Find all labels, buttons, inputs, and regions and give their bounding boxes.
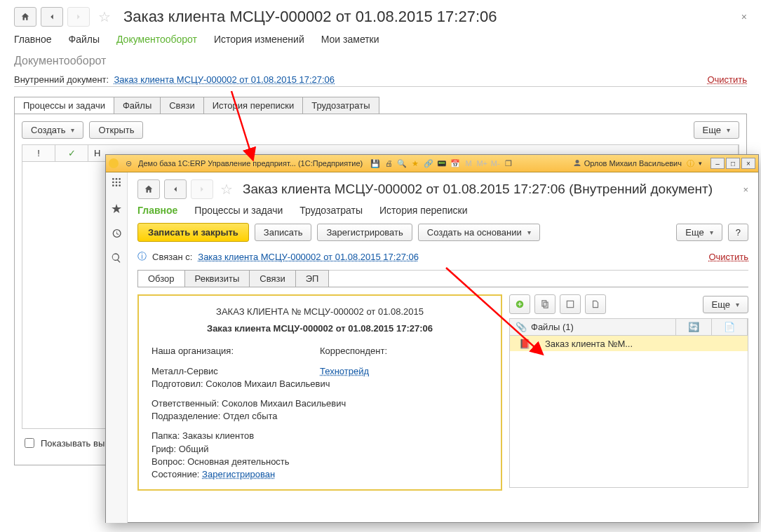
forward-button[interactable] xyxy=(67,7,90,27)
more-button[interactable]: Еще xyxy=(694,121,739,139)
sub-tabs: Процессы и задачи Файлы Связи История пе… xyxy=(14,97,747,114)
dropdown-icon[interactable]: ⊝ xyxy=(123,158,134,169)
korr-link[interactable]: Технотрейд xyxy=(320,366,369,376)
linked-doc-link[interactable]: Заказ клиента МСЦУ-000002 от 01.08.2015 … xyxy=(198,252,419,262)
view-file-button[interactable] xyxy=(560,294,581,314)
nav-files[interactable]: Файлы xyxy=(69,34,100,45)
nav-tabs: Главное Файлы Документооборот История из… xyxy=(14,34,747,45)
pdf-icon: 📕 xyxy=(519,339,530,349)
close-button[interactable]: × xyxy=(741,11,747,22)
win2-close-button[interactable]: × xyxy=(743,184,748,195)
open-button[interactable]: Открыть xyxy=(89,121,143,139)
save-close-button[interactable]: Записать и закрыть xyxy=(137,223,249,242)
win2-home-button[interactable] xyxy=(137,179,160,199)
nav-docflow[interactable]: Документооборот xyxy=(116,34,197,45)
copy-file-button[interactable] xyxy=(534,294,555,314)
svg-point-5 xyxy=(116,182,118,184)
section-heading: Документооборот xyxy=(14,55,747,67)
mminus-icon[interactable]: M- xyxy=(490,158,501,169)
win2-nav-corr[interactable]: История переписки xyxy=(379,205,467,216)
maximize-button[interactable]: □ xyxy=(726,158,740,169)
col-flag[interactable]: ! xyxy=(22,145,55,161)
tab-files[interactable]: Файлы xyxy=(114,97,161,114)
favorite-icon[interactable]: ☆ xyxy=(98,8,111,25)
files-head-label: Файлы (1) xyxy=(531,322,574,332)
print-icon[interactable]: 🖨 xyxy=(383,158,394,169)
show-done-checkbox[interactable] xyxy=(25,438,34,448)
tab-effort[interactable]: Трудозатраты xyxy=(302,97,379,114)
create-on-basis-button[interactable]: Создать на основании xyxy=(418,224,540,241)
win2-back-button[interactable] xyxy=(164,179,187,199)
win2-main: ☆ Заказ клиента МСЦУ-000002 от 01.08.201… xyxy=(128,172,758,523)
window-internal-doc: ⊝ Демо база 1С:ERP Управление предприят.… xyxy=(105,154,759,523)
state-link[interactable]: Зарегистрирован xyxy=(202,469,275,479)
home-button[interactable] xyxy=(14,7,36,27)
help-button[interactable]: ? xyxy=(728,224,748,241)
tab-correspondence[interactable]: История переписки xyxy=(203,97,304,114)
preview-icon[interactable]: 🔍 xyxy=(396,158,408,169)
tab-props[interactable]: Реквизиты xyxy=(184,270,250,287)
side-star-icon[interactable]: ★ xyxy=(111,201,122,217)
win2-favorite-icon[interactable]: ☆ xyxy=(220,181,233,198)
info-circle-icon: ⓘ xyxy=(137,250,147,263)
files-more-button[interactable]: Еще xyxy=(703,296,748,313)
svg-point-9 xyxy=(119,184,121,186)
svg-rect-13 xyxy=(567,301,573,307)
link-icon[interactable]: 🔗 xyxy=(423,158,434,169)
register-button[interactable]: Зарегистрировать xyxy=(317,224,412,241)
close-window-button[interactable]: × xyxy=(741,158,755,169)
side-menu-icon[interactable] xyxy=(111,177,122,190)
clear-link[interactable]: Очистить xyxy=(707,74,747,85)
create-button[interactable]: Создать xyxy=(22,121,83,139)
nav-notes[interactable]: Мои заметки xyxy=(321,34,379,45)
save-button[interactable]: Записать xyxy=(255,224,312,241)
our-org-label: Наша организация: xyxy=(151,345,320,357)
col-refresh-icon[interactable]: 🔄 xyxy=(676,319,712,335)
side-search-icon[interactable] xyxy=(111,252,122,266)
win2-nav-effort[interactable]: Трудозатраты xyxy=(299,205,363,216)
back-button[interactable] xyxy=(41,7,63,27)
linked-label: Связан с: xyxy=(152,252,192,262)
panel-toolbar: Создать Открыть Еще xyxy=(22,121,739,139)
window-documentflow: ☆ Заказ клиента МСЦУ-000002 от 01.08.201… xyxy=(0,0,761,532)
win2-sub-tabs: Обзор Реквизиты Связи ЭП xyxy=(137,270,748,287)
win2-more-button[interactable]: Еще xyxy=(676,224,722,241)
win2-nav: Главное Процессы и задачи Трудозатраты И… xyxy=(137,205,748,216)
win2-forward-button[interactable] xyxy=(191,179,213,199)
side-history-icon[interactable] xyxy=(111,228,122,241)
tab-ep[interactable]: ЭП xyxy=(295,270,330,287)
svg-point-8 xyxy=(116,184,118,186)
win2-nav-proc[interactable]: Процессы и задачи xyxy=(194,205,283,216)
tab-overview[interactable]: Обзор xyxy=(137,270,185,287)
info-icon[interactable]: ⓘ xyxy=(685,158,696,169)
nav-main[interactable]: Главное xyxy=(14,34,52,45)
minimize-button[interactable]: – xyxy=(711,158,725,169)
tab-links[interactable]: Связи xyxy=(160,97,203,114)
add-file-button[interactable] xyxy=(509,294,530,314)
win2-nav-main[interactable]: Главное xyxy=(137,205,177,216)
m-icon[interactable]: M xyxy=(463,158,474,169)
mplus-icon[interactable]: M+ xyxy=(476,158,487,169)
doc-header1: ЗАКАЗ КЛИЕНТА № МСЦУ-000002 от 01.08.201… xyxy=(151,306,488,318)
tab-links2[interactable]: Связи xyxy=(249,270,295,287)
sign-file-button[interactable] xyxy=(585,294,606,314)
svg-point-1 xyxy=(112,178,114,180)
win2-clear-link[interactable]: Очистить xyxy=(708,252,748,262)
attach-icon: 📎 xyxy=(516,322,527,332)
tab-processes[interactable]: Процессы и задачи xyxy=(14,97,114,114)
calendar-icon[interactable]: 📅 xyxy=(450,158,461,169)
internal-doc-label: Внутренний документ: xyxy=(14,74,109,85)
files-panel: Еще 📎 Файлы (1) 🔄 📄 xyxy=(509,294,748,491)
file-row[interactable]: 📕 Заказ клиента №М... xyxy=(510,336,748,351)
win2-title-text: Демо база 1С:ERP Управление предприят...… xyxy=(138,159,363,168)
col-blank-icon[interactable]: 📄 xyxy=(712,319,748,335)
col-check[interactable]: ✓ xyxy=(55,145,88,161)
windows-icon[interactable]: ❐ xyxy=(503,158,514,169)
save-icon[interactable]: 💾 xyxy=(370,158,381,169)
internal-doc-link[interactable]: Заказ клиента МСЦУ-000002 от 01.08.2015 … xyxy=(114,74,335,85)
user-badge[interactable]: Орлов Михаил Васильевич ⓘ ▾ xyxy=(573,158,702,169)
calc-icon[interactable]: 📟 xyxy=(436,158,447,169)
star-icon[interactable]: ★ xyxy=(410,158,421,169)
svg-rect-11 xyxy=(542,301,546,306)
nav-history[interactable]: История изменений xyxy=(214,34,304,45)
